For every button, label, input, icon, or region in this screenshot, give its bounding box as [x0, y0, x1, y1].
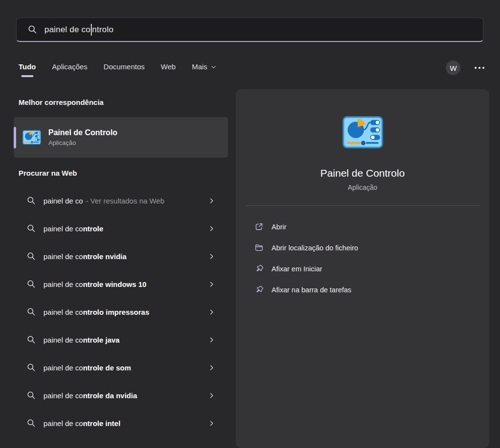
tab-web[interactable]: Web: [161, 61, 176, 76]
action-label: Abrir: [271, 223, 287, 231]
suggestion-typed-part: painel de co: [43, 336, 83, 344]
chevron-right-icon[interactable]: [208, 253, 215, 260]
best-match-app-name: Painel de Controlo: [48, 128, 117, 137]
suggestion-typed-part: painel de co: [43, 197, 83, 205]
suggestion-typed-part: painel de co: [43, 224, 83, 233]
suggestion-text: painel de controle intel: [43, 419, 124, 428]
search-icon: [26, 363, 36, 372]
best-match-app-type: Aplicação: [48, 139, 117, 146]
suggestion-completion-part: ntrolo impressoras: [83, 308, 149, 316]
search-icon: [26, 279, 36, 289]
suggestion-typed-part: painel de co: [43, 419, 83, 428]
suggestion-completion-part: ntrole da nvidia: [83, 391, 137, 400]
chevron-right-icon[interactable]: [208, 420, 215, 427]
avatar-letter: W: [450, 64, 457, 72]
suggestion-typed-part: painel de co: [43, 252, 83, 261]
action-label: Abrir localização do ficheiro: [271, 244, 358, 252]
web-suggestion-item[interactable]: painel de controle de som: [14, 357, 228, 378]
chevron-right-icon[interactable]: [208, 392, 215, 399]
web-suggestions-list: painel de co- Ver resultados na Web pain…: [14, 190, 228, 440]
suggestion-completion-part: ntrole java: [83, 336, 120, 344]
search-icon: [26, 390, 36, 400]
suggestion-completion-part: ntrole windows 10: [83, 280, 146, 288]
web-suggestion-item[interactable]: painel de co- Ver resultados na Web: [14, 190, 228, 211]
suggestion-typed-part: painel de co: [43, 391, 83, 400]
web-suggestion-item[interactable]: painel de controle intel: [14, 412, 228, 434]
filter-tabs: Tudo Aplicações Documentos Web Mais W: [19, 58, 485, 78]
open-external-icon: [254, 222, 264, 231]
control-panel-icon: [342, 116, 383, 149]
search-icon: [26, 224, 36, 233]
action-label: Afixar na barra de tarefas: [271, 286, 352, 294]
tab-label: Documentos: [104, 62, 145, 71]
tab-label: Aplicações: [52, 62, 88, 71]
tab-label: Tudo: [19, 62, 36, 71]
chevron-right-icon[interactable]: [208, 337, 215, 343]
tab-aplicacoes[interactable]: Aplicações: [52, 61, 88, 76]
suggestion-text: painel de controle nvidia: [43, 252, 129, 261]
chevron-right-icon[interactable]: [208, 198, 215, 204]
preview-panel: Painel de Controlo Aplicação Abrir Abrir…: [236, 89, 489, 448]
chevron-right-icon[interactable]: [208, 365, 215, 371]
more-options-icon[interactable]: [474, 64, 485, 72]
user-avatar[interactable]: W: [446, 61, 460, 75]
chevron-right-icon[interactable]: [208, 225, 215, 232]
web-suggestion-item[interactable]: painel de controle da nvidia: [14, 385, 228, 406]
search-icon: [26, 251, 36, 261]
search-text-before-cursor: painel de co: [44, 25, 90, 35]
chevron-right-icon[interactable]: [208, 309, 215, 315]
web-suggestion-item[interactable]: painel de controle: [14, 218, 228, 239]
control-panel-icon: [22, 130, 41, 145]
suggestion-completion-part: ntrole nvidia: [83, 252, 126, 261]
suggestion-text: painel de controle windows 10: [43, 280, 149, 288]
windows-search-flyout: painel de controlo Tudo Aplicações Docum…: [0, 0, 500, 448]
action-pin-to-start[interactable]: Afixar em Iniciar: [236, 258, 489, 279]
search-icon: [26, 307, 36, 317]
preview-app-name: Painel de Controlo: [236, 167, 489, 179]
suggestion-annotation: - Ver resultados na Web: [86, 197, 165, 205]
chevron-down-icon: [211, 64, 216, 70]
divider: [246, 205, 479, 206]
search-query-text: painel de controlo: [44, 24, 113, 36]
suggestion-text: painel de controle da nvidia: [43, 391, 140, 400]
chevron-right-icon[interactable]: [208, 281, 215, 287]
search-icon: [26, 196, 36, 205]
web-search-section-title: Procurar na Web: [19, 169, 77, 177]
suggestion-completion-part: ntrole: [83, 224, 104, 233]
search-input[interactable]: painel de controlo: [16, 18, 483, 42]
tab-mais[interactable]: Mais: [192, 61, 216, 76]
tab-documentos[interactable]: Documentos: [104, 61, 145, 76]
preview-app-type: Aplicação: [236, 183, 489, 191]
suggestion-text: painel de controle: [43, 224, 106, 233]
text-cursor: [91, 24, 92, 36]
suggestion-text: painel de controle java: [43, 336, 123, 344]
action-open-file-location[interactable]: Abrir localização do ficheiro: [236, 237, 489, 258]
web-suggestion-item[interactable]: painel de controle nvidia: [14, 245, 228, 267]
action-pin-to-taskbar[interactable]: Afixar na barra de tarefas: [236, 279, 489, 300]
selection-indicator: [14, 127, 16, 148]
search-icon: [26, 418, 36, 428]
web-suggestion-item[interactable]: painel de controle windows 10: [14, 273, 228, 295]
action-label: Afixar em Iniciar: [271, 265, 322, 273]
tab-label: Mais: [192, 62, 208, 71]
best-match-section-title: Melhor correspondência: [19, 98, 104, 106]
best-match-item[interactable]: Painel de Controlo Aplicação: [14, 117, 228, 158]
search-icon: [26, 335, 36, 345]
web-suggestion-item[interactable]: painel de controle java: [14, 329, 228, 350]
tab-label: Web: [161, 62, 176, 71]
pin-icon: [254, 264, 264, 273]
suggestion-typed-part: painel de co: [43, 364, 83, 372]
suggestion-typed-part: painel de co: [43, 308, 83, 316]
suggestion-text: painel de controle de som: [43, 364, 134, 372]
suggestion-completion-part: ntrole de som: [83, 364, 131, 372]
action-open[interactable]: Abrir: [236, 216, 489, 237]
search-text-after-cursor: ntrolo: [92, 25, 114, 35]
suggestion-typed-part: painel de co: [43, 280, 83, 288]
suggestion-completion-part: ntrole intel: [83, 419, 121, 428]
suggestion-text: painel de controlo impressoras: [43, 308, 152, 316]
search-icon: [27, 24, 38, 35]
suggestion-text: painel de co- Ver resultados na Web: [43, 197, 165, 205]
folder-icon: [254, 243, 264, 252]
tab-tudo[interactable]: Tudo: [19, 61, 36, 76]
web-suggestion-item[interactable]: painel de controlo impressoras: [14, 301, 228, 323]
